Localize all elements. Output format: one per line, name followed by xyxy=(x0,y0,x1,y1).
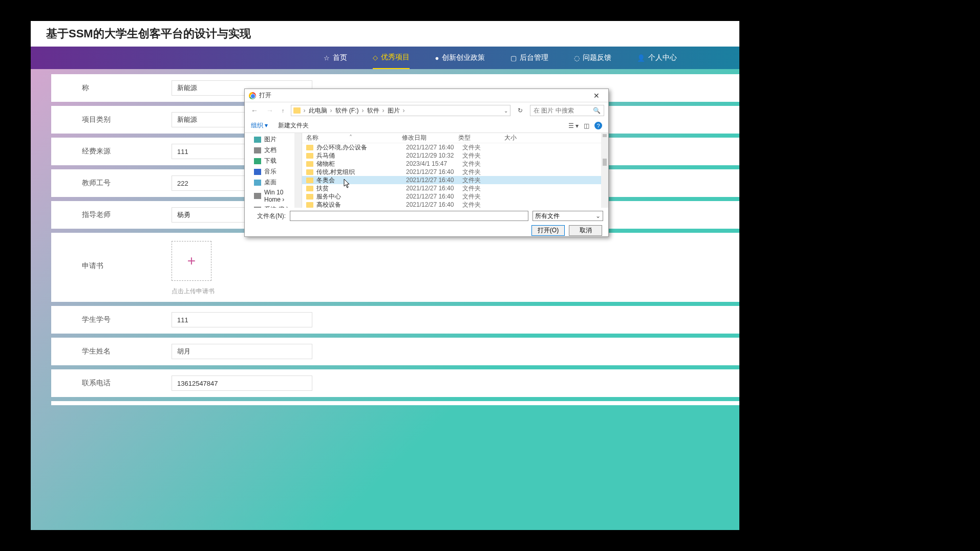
nav-projects[interactable]: ◇ 优秀项目 xyxy=(373,47,410,69)
file-type: 文件夹 xyxy=(462,143,508,152)
search-icon: 🔍 xyxy=(593,107,601,114)
file-row[interactable]: 高校设备2021/12/27 16:40文件夹 xyxy=(302,201,608,209)
col-size[interactable]: 大小 xyxy=(504,134,535,142)
upload-button[interactable]: + xyxy=(172,241,211,281)
folder-icon xyxy=(306,169,313,175)
file-scrollbar[interactable] xyxy=(601,133,608,208)
sidebar-label: 音乐 xyxy=(264,167,276,176)
sidebar-item[interactable]: 图片 xyxy=(245,134,302,145)
file-date: 2021/12/27 16:40 xyxy=(406,193,462,200)
file-name: 储物柜 xyxy=(316,160,406,168)
search-input[interactable] xyxy=(534,107,593,114)
breadcrumb[interactable]: › 此电脑 › 软件 (F:) › 软件 › 图片 › ⌄ xyxy=(291,105,511,116)
upload-hint: 点击上传申请书 xyxy=(172,287,215,296)
chevron-down-icon[interactable]: ⌄ xyxy=(504,108,508,114)
folder-icon xyxy=(306,153,313,159)
file-type: 文件夹 xyxy=(462,184,508,193)
sidebar-item[interactable]: Win 10 Home › xyxy=(245,188,302,204)
col-name[interactable]: 名称˄ xyxy=(302,134,402,142)
view-options-icon[interactable]: ☰ ▾ xyxy=(568,122,579,129)
breadcrumb-item[interactable]: 此电脑 xyxy=(307,106,329,115)
input-student-name[interactable] xyxy=(172,344,312,359)
help-icon[interactable]: ? xyxy=(594,122,602,129)
diamond-icon: ◇ xyxy=(373,54,378,61)
new-folder-button[interactable]: 新建文件夹 xyxy=(278,121,309,130)
nav-label: 首页 xyxy=(333,53,347,62)
nav-profile[interactable]: 👤 个人中心 xyxy=(637,47,677,69)
sidebar-item[interactable]: 系统 (D:) xyxy=(245,204,302,208)
label-advisor: 指导老师 xyxy=(82,210,172,219)
chrome-icon xyxy=(249,92,256,99)
organize-menu[interactable]: 组织 ▾ xyxy=(251,121,268,130)
file-row[interactable]: 兵马俑2021/12/29 10:32文件夹 xyxy=(302,151,608,160)
img-icon xyxy=(254,137,261,143)
file-row[interactable]: 传统,村党组织2021/12/27 16:40文件夹 xyxy=(302,168,608,176)
back-button[interactable]: ← xyxy=(249,106,260,115)
plus-icon: + xyxy=(187,253,196,269)
nav-home[interactable]: ☆ 首页 xyxy=(324,47,347,69)
file-name: 扶贫 xyxy=(316,184,406,193)
preview-pane-icon[interactable]: ◫ xyxy=(584,122,589,129)
filename-input[interactable] xyxy=(290,211,528,221)
label-teacher-id: 教师工号 xyxy=(82,179,172,188)
input-phone[interactable] xyxy=(172,376,312,391)
file-name: 高校设备 xyxy=(316,201,406,209)
input-student-id[interactable] xyxy=(172,312,312,327)
sidebar-item[interactable]: 桌面 xyxy=(245,177,302,188)
up-button[interactable]: ↑ xyxy=(280,107,287,114)
file-date: 2021/12/27 16:40 xyxy=(406,177,462,184)
folder-icon xyxy=(306,194,313,200)
circle-icon: ◌ xyxy=(574,54,580,62)
breadcrumb-item[interactable]: 图片 xyxy=(386,106,402,115)
folder-icon xyxy=(306,202,313,208)
label-name: 称 xyxy=(82,83,172,93)
user-icon: 👤 xyxy=(637,54,645,62)
file-type: 文件夹 xyxy=(462,160,508,168)
label-student-name: 学生姓名 xyxy=(82,347,172,356)
close-button[interactable]: ✕ xyxy=(589,92,604,100)
col-type[interactable]: 类型 xyxy=(458,134,504,142)
label-phone: 联系电话 xyxy=(82,379,172,388)
dialog-titlebar[interactable]: 打开 ✕ xyxy=(245,89,608,102)
nav-label: 后台管理 xyxy=(520,53,548,62)
sidebar-label: 文档 xyxy=(264,146,276,155)
file-row[interactable]: 扶贫2021/12/27 16:40文件夹 xyxy=(302,184,608,192)
breadcrumb-item[interactable]: 软件 xyxy=(365,106,381,115)
file-row[interactable]: 冬奥会2021/12/27 16:40文件夹 xyxy=(302,176,608,184)
file-type: 文件夹 xyxy=(462,151,508,160)
cancel-button[interactable]: 取消 xyxy=(569,225,602,236)
file-list: 名称˄ 修改日期 类型 大小 办公环境,办公设备2021/12/27 16:40… xyxy=(302,133,608,208)
scrollbar-thumb[interactable] xyxy=(603,159,607,166)
file-date: 2021/12/27 16:40 xyxy=(406,185,462,192)
nav-label: 创新创业政策 xyxy=(442,53,485,62)
file-row[interactable]: 办公环境,办公设备2021/12/27 16:40文件夹 xyxy=(302,143,608,151)
file-name: 兵马俑 xyxy=(316,151,406,160)
file-row[interactable]: 服务中心2021/12/27 16:40文件夹 xyxy=(302,192,608,201)
open-button[interactable]: 打开(O) xyxy=(531,225,565,236)
dialog-footer: 文件名(N): 所有文件 打开(O) 取消 xyxy=(245,208,608,239)
drive-icon xyxy=(254,207,261,208)
forward-button[interactable]: → xyxy=(264,106,275,115)
music-icon xyxy=(254,169,261,175)
file-row[interactable]: 储物柜2023/4/1 15:47文件夹 xyxy=(302,160,608,168)
nav-admin[interactable]: ▢ 后台管理 xyxy=(510,47,548,69)
col-date[interactable]: 修改日期 xyxy=(402,134,458,142)
file-type: 文件夹 xyxy=(462,192,508,201)
folder-icon xyxy=(306,145,313,150)
filetype-select[interactable]: 所有文件 xyxy=(532,211,603,221)
search-box[interactable]: 🔍 xyxy=(530,105,604,116)
sidebar-item[interactable]: 文档 xyxy=(245,145,302,156)
breadcrumb-item[interactable]: 软件 (F:) xyxy=(333,106,361,115)
nav-label: 问题反馈 xyxy=(583,53,611,62)
sidebar-item[interactable]: 音乐 xyxy=(245,166,302,177)
sidebar-item[interactable]: 下载 xyxy=(245,156,302,166)
label-upload: 申请书 xyxy=(82,241,172,271)
sidebar-label: 图片 xyxy=(264,135,276,144)
refresh-button[interactable]: ↻ xyxy=(515,105,526,116)
file-date: 2021/12/27 16:40 xyxy=(406,144,462,151)
dot-icon: ● xyxy=(435,54,439,62)
nav-feedback[interactable]: ◌ 问题反馈 xyxy=(574,47,611,69)
sidebar-scrollbar[interactable] xyxy=(294,133,302,208)
nav-policy[interactable]: ● 创新创业政策 xyxy=(435,47,485,69)
sidebar-label: 桌面 xyxy=(264,178,276,187)
